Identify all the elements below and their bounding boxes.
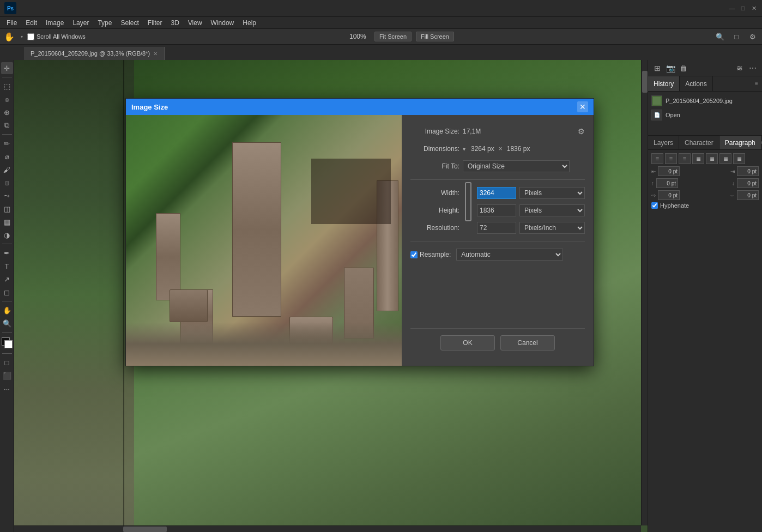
menu-file[interactable]: File — [2, 17, 21, 28]
dodge-tool[interactable]: ◑ — [1, 229, 13, 241]
scroll-all-checkbox[interactable] — [27, 33, 34, 40]
marquee-tool[interactable]: ⬚ — [1, 80, 13, 92]
menu-window[interactable]: Window — [207, 17, 239, 28]
justify-center-btn[interactable]: ≣ — [706, 153, 718, 164]
more-tools[interactable]: ··· — [1, 383, 13, 395]
dialog-close-button[interactable]: ✕ — [577, 101, 588, 112]
eyedropper-tool[interactable]: ✏ — [1, 137, 13, 149]
image-size-dialog: Image Size ✕ Image Size: — [125, 98, 594, 366]
panel-icon-2[interactable]: ⚙ — [747, 31, 759, 43]
image-size-gear-icon[interactable]: ⚙ — [578, 127, 585, 136]
image-size-value: 17,1M — [463, 128, 481, 135]
panel-icon-layers[interactable]: ⊞ — [651, 62, 663, 74]
menu-select[interactable]: Select — [116, 17, 143, 28]
lasso-tool[interactable]: ⌾ — [1, 93, 13, 105]
menu-type[interactable]: Type — [93, 17, 116, 28]
panel-icon-channels[interactable]: ≋ — [734, 62, 746, 74]
tab-layers[interactable]: Layers — [648, 136, 679, 149]
panel-icon-trash[interactable]: 🗑 — [678, 62, 690, 74]
resample-checkbox[interactable] — [410, 251, 418, 258]
justify-all-btn[interactable]: ≣ — [733, 153, 745, 164]
history-brush-tool[interactable]: ⤳ — [1, 190, 13, 202]
move-tool[interactable]: ✛ — [1, 62, 13, 74]
gradient-tool[interactable]: ▦ — [1, 216, 13, 228]
quick-mask-tool[interactable]: □ — [1, 356, 13, 368]
stone-2 — [156, 213, 180, 300]
fit-to-select[interactable]: Original Size Letter (96 ppi) Legal — [463, 160, 570, 172]
vertical-scrollbar[interactable] — [641, 60, 648, 525]
background-color[interactable] — [4, 340, 13, 348]
tab-close-button[interactable]: ✕ — [153, 51, 158, 57]
history-item-label-1: P_20150604_205209.jpg — [666, 98, 733, 104]
space-before-input[interactable] — [656, 178, 678, 188]
first-indent-input[interactable] — [658, 190, 680, 200]
menu-edit[interactable]: Edit — [21, 17, 41, 28]
close-button[interactable]: ✕ — [750, 4, 758, 12]
align-left-btn[interactable]: ≡ — [651, 153, 663, 164]
resample-select[interactable]: Automatic Preserve Details Bicubic Sharp… — [456, 249, 563, 261]
indent-row-3: ⇨ ↔ — [651, 190, 759, 200]
shape-tool[interactable]: ◻ — [1, 286, 13, 298]
minimize-button[interactable]: — — [728, 4, 736, 12]
search-icon[interactable]: 🔍 — [714, 31, 726, 43]
menu-3d[interactable]: 3D — [166, 17, 183, 28]
menu-layer[interactable]: Layer — [68, 17, 93, 28]
maximize-button[interactable]: □ — [739, 4, 747, 12]
panel-icon-paths[interactable]: ⋯ — [747, 62, 759, 74]
height-input[interactable] — [477, 204, 516, 216]
tab-character[interactable]: Character — [679, 136, 719, 149]
hand-tool[interactable]: ✋ — [1, 304, 13, 316]
crop-tool[interactable]: ⧉ — [1, 119, 13, 131]
zoom-tool[interactable]: 🔍 — [1, 317, 13, 329]
history-item-open[interactable]: 📄 Open — [648, 108, 762, 122]
justify-left-btn[interactable]: ≣ — [692, 153, 704, 164]
tab-actions[interactable]: Actions — [680, 76, 712, 91]
menu-help[interactable]: Help — [238, 17, 261, 28]
word-spacing-input[interactable] — [737, 190, 759, 200]
space-after-input[interactable] — [737, 178, 759, 188]
height-unit-select[interactable]: Pixels Inches Centimeters — [519, 204, 585, 216]
menu-image[interactable]: Image — [41, 17, 68, 28]
panel-icon-camera[interactable]: 📷 — [664, 62, 676, 74]
h-scrollbar-thumb[interactable] — [123, 527, 167, 532]
cancel-button[interactable]: Cancel — [500, 335, 555, 350]
history-item-file[interactable]: P_20150604_205209.jpg — [648, 94, 762, 108]
spot-heal-tool[interactable]: ⌀ — [1, 150, 13, 162]
hand-tool-icon: ✋ — [3, 31, 15, 43]
width-unit-select[interactable]: Pixels Inches Centimeters Millimeters Po… — [519, 187, 585, 199]
tab-history[interactable]: History — [648, 76, 680, 91]
document-tab[interactable]: P_20150604_205209.jpg @ 33,3% (RGB/8*) ✕ — [24, 47, 165, 60]
pen-tool[interactable]: ✒ — [1, 247, 13, 259]
clone-tool[interactable]: ⎅ — [1, 177, 13, 189]
dimensions-dropdown-icon[interactable]: ▾ — [463, 146, 465, 152]
hyphenate-checkbox[interactable] — [651, 202, 658, 209]
color-swatch[interactable] — [2, 337, 13, 348]
eraser-tool[interactable]: ◫ — [1, 203, 13, 215]
quick-select-tool[interactable]: ⊕ — [1, 106, 13, 118]
screen-mode-tool[interactable]: ⬛ — [1, 370, 13, 382]
resolution-unit-select[interactable]: Pixels/Inch Pixels/Centimeter — [519, 222, 585, 234]
panel-icon-1[interactable]: □ — [730, 31, 742, 43]
tab-paragraph[interactable]: Paragraph — [719, 136, 761, 149]
history-panel-menu[interactable]: ≡ — [751, 76, 762, 91]
indent-right-input[interactable] — [737, 166, 759, 176]
horizontal-scrollbar[interactable] — [14, 525, 641, 532]
fit-screen-button[interactable]: Fit Screen — [374, 32, 412, 41]
width-input[interactable] — [477, 187, 516, 199]
dialog-divider-1 — [410, 179, 585, 180]
align-right-btn[interactable]: ≡ — [679, 153, 691, 164]
indent-left-input[interactable] — [658, 166, 680, 176]
type-tool[interactable]: T — [1, 260, 13, 272]
align-center-btn[interactable]: ≡ — [665, 153, 677, 164]
menu-filter[interactable]: Filter — [143, 17, 167, 28]
hand-dropdown-arrow[interactable]: ▾ — [21, 34, 23, 39]
ok-button[interactable]: OK — [440, 335, 495, 350]
scrollbar-thumb[interactable] — [642, 71, 648, 93]
justify-right-btn[interactable]: ≣ — [719, 153, 731, 164]
brush-tool[interactable]: 🖌 — [1, 164, 13, 176]
fit-to-label: Fit To: — [410, 162, 459, 170]
path-select-tool[interactable]: ↗ — [1, 273, 13, 285]
menu-view[interactable]: View — [184, 17, 207, 28]
fill-screen-button[interactable]: Fill Screen — [416, 32, 454, 41]
resolution-input[interactable] — [477, 222, 516, 234]
